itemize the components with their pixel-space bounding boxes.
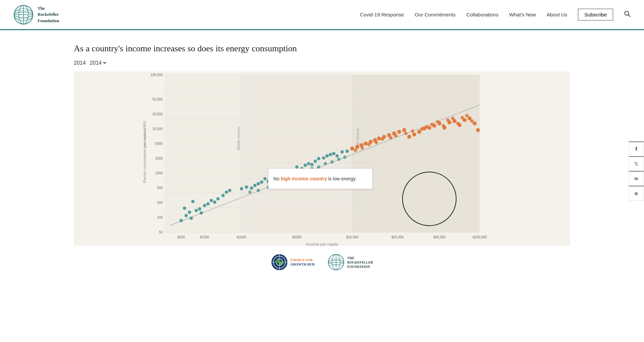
facebook-button[interactable]: f	[629, 141, 644, 156]
svg-point-157	[470, 119, 474, 123]
svg-point-156	[465, 114, 469, 117]
svg-text:$1000: $1000	[200, 235, 209, 239]
year-selector: 2014 2014 2013 2012	[74, 60, 570, 66]
logo-text: The Rockefeller Foundation	[38, 5, 59, 24]
svg-point-107	[324, 162, 327, 165]
subscribe-button[interactable]: Subscribe	[578, 9, 613, 20]
svg-rect-12	[352, 75, 480, 232]
svg-point-152	[446, 118, 449, 122]
nav-commitments[interactable]: Our Commitments	[415, 12, 455, 17]
svg-point-109	[337, 158, 340, 161]
nav-covid[interactable]: Covid-19 Response	[360, 12, 404, 17]
svg-point-67	[191, 200, 195, 203]
svg-point-124	[412, 132, 416, 136]
svg-point-90	[322, 156, 325, 160]
svg-text:50,000: 50,000	[152, 98, 163, 101]
share-icon: ⊗	[634, 191, 638, 196]
year-dropdown[interactable]: 2014 2013 2012	[89, 60, 107, 66]
main-content: As a country's income increases so does …	[0, 30, 644, 294]
svg-point-149	[430, 123, 434, 126]
svg-point-111	[350, 147, 354, 151]
svg-text:Electric consumption per capit: Electric consumption per capita (kWh)	[143, 121, 147, 183]
svg-point-110	[343, 156, 346, 159]
svg-point-51	[179, 219, 183, 222]
logo-globe-icon	[13, 5, 34, 25]
svg-text:10,000: 10,000	[152, 127, 163, 131]
svg-point-8	[625, 11, 629, 15]
svg-text:Middle income: Middle income	[236, 127, 240, 151]
svg-point-93	[332, 152, 335, 155]
svg-point-62	[216, 197, 220, 201]
svg-text:$100,000: $100,000	[473, 235, 487, 239]
svg-point-125	[417, 130, 421, 134]
twitter-icon: 𝕏	[634, 161, 638, 167]
svg-point-56	[188, 211, 191, 214]
svg-text:$5000: $5000	[292, 235, 302, 239]
linkedin-icon: in	[635, 176, 638, 181]
svg-point-92	[329, 153, 332, 156]
svg-point-72	[257, 182, 260, 185]
svg-text:1000: 1000	[155, 171, 163, 175]
svg-point-114	[364, 141, 368, 146]
svg-text:50: 50	[159, 230, 163, 234]
svg-point-91	[325, 154, 329, 158]
svg-point-54	[195, 209, 198, 212]
svg-text:$20,000: $20,000	[391, 235, 404, 239]
svg-point-145	[404, 132, 408, 135]
svg-point-65	[228, 189, 231, 192]
svg-point-142	[381, 137, 384, 141]
svg-point-155	[461, 116, 464, 119]
rf-footer-logo-text: THE ROCKEFELLER FOUNDATION	[347, 256, 373, 269]
svg-point-69	[245, 185, 248, 189]
svg-point-139	[361, 146, 364, 150]
nav-collaborations[interactable]: Collaborations	[466, 12, 498, 17]
svg-point-57	[203, 204, 206, 207]
footer-logos: ENERGY FOR GROWTH HUB THE ROCKEFELLER FO…	[74, 247, 570, 281]
svg-point-86	[307, 162, 310, 165]
svg-point-153	[451, 117, 454, 120]
chart-wrapper: Low income Middle income High income Ele…	[74, 71, 570, 247]
svg-point-87	[310, 163, 314, 166]
svg-point-52	[184, 214, 188, 217]
svg-text:100: 100	[157, 216, 163, 219]
year-label: 2014	[74, 60, 86, 66]
svg-point-112	[355, 145, 359, 149]
svg-point-147	[420, 127, 424, 131]
svg-text:$2000: $2000	[237, 235, 246, 239]
facebook-icon: f	[635, 146, 637, 152]
svg-point-137	[476, 128, 480, 132]
svg-rect-11	[241, 75, 352, 232]
svg-point-148	[425, 125, 428, 128]
svg-point-73	[260, 180, 263, 184]
svg-text:Income per capita: Income per capita	[306, 242, 338, 247]
nav-whats-new[interactable]: What's New	[509, 12, 536, 17]
header: The Rockefeller Foundation Covid-19 Resp…	[0, 0, 644, 30]
rockefeller-footer-logo: THE ROCKEFELLER FOUNDATION	[328, 254, 373, 271]
nav-about[interactable]: About Us	[547, 12, 568, 17]
chart-title: As a country's income increases so does …	[74, 44, 570, 54]
svg-point-89	[317, 157, 320, 160]
efg-logo-icon	[271, 254, 288, 271]
svg-point-96	[345, 150, 349, 153]
twitter-button[interactable]: 𝕏	[629, 156, 644, 171]
linkedin-button[interactable]: in	[629, 171, 644, 186]
svg-line-9	[628, 15, 630, 17]
svg-text:$500: $500	[177, 235, 185, 239]
svg-point-66	[183, 207, 186, 210]
share-button[interactable]: ⊗	[629, 186, 644, 201]
svg-point-122	[402, 128, 406, 132]
svg-point-141	[375, 141, 378, 144]
rf-footer-logo-icon	[328, 254, 344, 271]
social-sidebar: f 𝕏 in ⊗	[629, 141, 644, 201]
svg-text:5000: 5000	[155, 142, 163, 146]
svg-point-123	[407, 135, 411, 139]
svg-text:No high income country is low : No high income country is low energy.	[273, 176, 357, 181]
svg-point-74	[263, 177, 267, 180]
energy-growth-hub-logo: ENERGY FOR GROWTH HUB	[271, 254, 314, 271]
search-button[interactable]	[624, 10, 631, 19]
svg-text:$50,000: $50,000	[433, 235, 446, 239]
svg-rect-10	[164, 75, 241, 232]
svg-point-150	[436, 120, 439, 123]
svg-point-138	[354, 149, 357, 152]
svg-point-108	[330, 160, 334, 164]
